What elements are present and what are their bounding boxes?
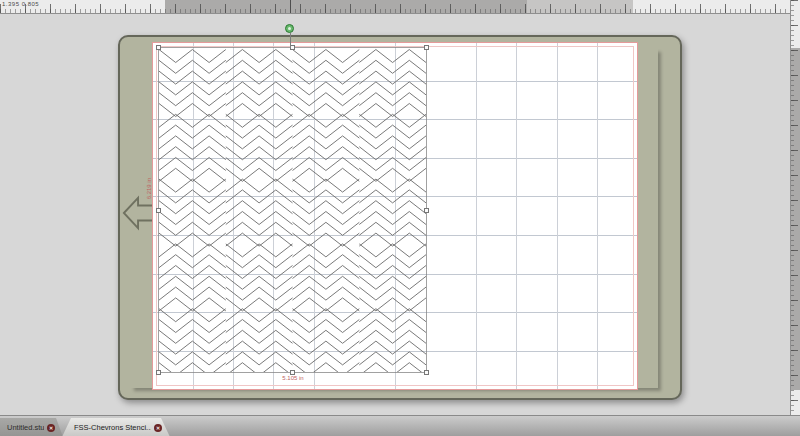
- selection-bounding-box: [158, 47, 427, 373]
- document-tab-bar: Untitled.studio ✕ FSS-Chevrons Stenci...…: [0, 415, 800, 436]
- selection-handle-top-left[interactable]: [156, 45, 161, 50]
- horizontal-ruler: [0, 0, 800, 14]
- vertical-ruler: [790, 0, 800, 436]
- application-window: 1.395 0.805 5.105 in 6.219 in Untitled.s…: [0, 0, 800, 436]
- cursor-coordinate-readout: 1.395 0.805: [2, 1, 39, 7]
- ruler-tick-marks-v: [791, 0, 800, 436]
- selection-handle-bottom-right[interactable]: [424, 370, 429, 375]
- selection-handle-middle-right[interactable]: [424, 208, 429, 213]
- selection-height-label: 6.219 in: [146, 178, 152, 199]
- rotation-handle-stem: [290, 33, 291, 48]
- selection-handle-top-right[interactable]: [424, 45, 429, 50]
- ruler-tick-marks: [0, 0, 800, 13]
- tab-label: FSS-Chevrons Stenci...: [74, 423, 151, 432]
- tab-fss-chevrons-stencil[interactable]: FSS-Chevrons Stenci... ✕: [62, 418, 170, 436]
- tab-label: Untitled.studio: [7, 423, 44, 432]
- ruler-position-marker: [290, 0, 291, 13]
- close-icon[interactable]: ✕: [154, 424, 162, 432]
- close-icon[interactable]: ✕: [47, 424, 55, 432]
- selection-handle-middle-left[interactable]: [156, 208, 161, 213]
- selection-width-label: 5.105 in: [268, 375, 318, 381]
- rotation-handle[interactable]: [285, 24, 294, 33]
- selection-handle-bottom-left[interactable]: [156, 370, 161, 375]
- tab-untitled-studio[interactable]: Untitled.studio ✕: [0, 418, 63, 436]
